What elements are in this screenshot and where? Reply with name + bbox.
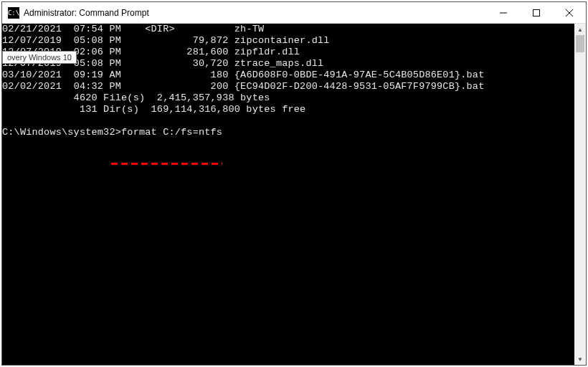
scrollbar-up-button[interactable]: ▲: [574, 24, 586, 35]
dir-line: 02/21/2021 07:54 PM <DIR> zh-TW: [2, 24, 264, 34]
scrollbar-down-button[interactable]: ▼: [574, 353, 586, 365]
minimize-icon: [500, 9, 507, 16]
dir-line: 12/07/2019 05:08 PM 79,872 zipcontainer.…: [2, 35, 330, 46]
console-output: 02/21/2021 07:54 PM <DIR> zh-TW 12/07/20…: [2, 24, 586, 138]
cmd-icon: C:\: [8, 7, 19, 19]
close-icon: [566, 9, 573, 16]
window-controls: [487, 2, 586, 24]
summary-dirs: 131 Dir(s) 169,114,316,800 bytes free: [2, 104, 305, 115]
svg-rect-1: [534, 9, 540, 16]
annotation-underline: [111, 163, 222, 165]
typed-command: format C:/fs=ntfs: [121, 127, 222, 138]
vertical-scrollbar[interactable]: ▲ ▼: [574, 24, 586, 365]
maximize-button[interactable]: [520, 2, 553, 24]
window-title: Administrator: Command Prompt: [24, 8, 487, 18]
summary-files: 4620 File(s) 2,415,357,938 bytes: [2, 92, 270, 103]
prompt-line: C:\Windows\system32>format C:/fs=ntfs: [2, 127, 222, 138]
minimize-button[interactable]: [487, 2, 520, 24]
tooltip: overy Windows 10: [2, 51, 77, 64]
command-prompt-window: C:\ Administrator: Command Prompt 02/21/…: [1, 1, 587, 366]
dir-line: 03/10/2021 09:19 AM 180 {A6D608F0-0BDE-4…: [2, 70, 484, 80]
close-button[interactable]: [553, 2, 586, 24]
prompt-path: C:\Windows\system32>: [2, 127, 121, 138]
titlebar[interactable]: C:\ Administrator: Command Prompt: [2, 2, 586, 24]
console-area[interactable]: 02/21/2021 07:54 PM <DIR> zh-TW 12/07/20…: [2, 24, 586, 365]
maximize-icon: [533, 9, 540, 16]
dir-line: 02/02/2021 04:32 PM 200 {EC94D02F-D200-4…: [2, 81, 484, 92]
scrollbar-thumb[interactable]: [576, 35, 584, 52]
